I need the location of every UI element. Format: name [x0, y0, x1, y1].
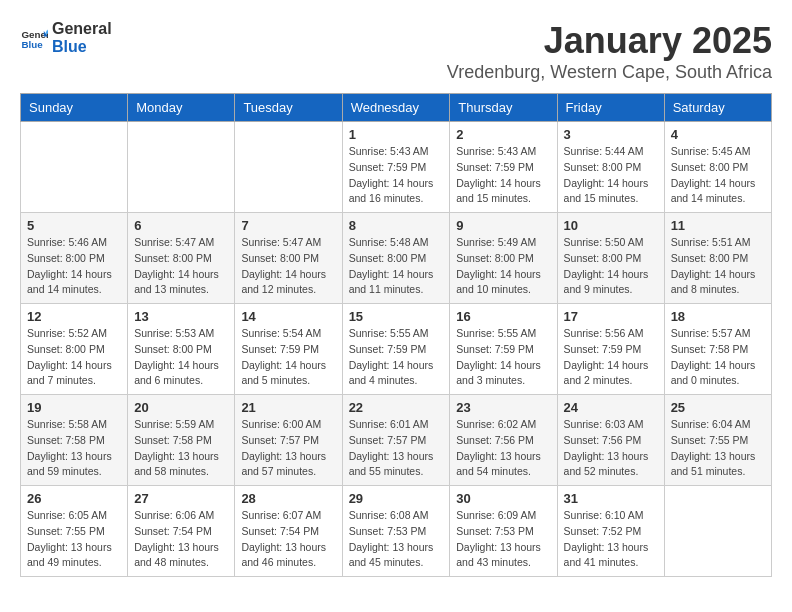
calendar-cell: 21Sunrise: 6:00 AM Sunset: 7:57 PM Dayli… — [235, 395, 342, 486]
day-detail: Sunrise: 5:52 AM Sunset: 8:00 PM Dayligh… — [27, 326, 121, 389]
logo: General Blue General Blue — [20, 20, 112, 55]
calendar-cell: 31Sunrise: 6:10 AM Sunset: 7:52 PM Dayli… — [557, 486, 664, 577]
day-detail: Sunrise: 6:05 AM Sunset: 7:55 PM Dayligh… — [27, 508, 121, 571]
calendar-table: SundayMondayTuesdayWednesdayThursdayFrid… — [20, 93, 772, 577]
calendar-cell: 24Sunrise: 6:03 AM Sunset: 7:56 PM Dayli… — [557, 395, 664, 486]
day-number: 26 — [27, 491, 121, 506]
calendar-cell: 30Sunrise: 6:09 AM Sunset: 7:53 PM Dayli… — [450, 486, 557, 577]
calendar-cell: 25Sunrise: 6:04 AM Sunset: 7:55 PM Dayli… — [664, 395, 771, 486]
day-number: 12 — [27, 309, 121, 324]
day-detail: Sunrise: 5:48 AM Sunset: 8:00 PM Dayligh… — [349, 235, 444, 298]
svg-text:Blue: Blue — [21, 38, 43, 49]
page-header: General Blue General Blue January 2025 V… — [20, 20, 772, 83]
day-number: 24 — [564, 400, 658, 415]
day-number: 30 — [456, 491, 550, 506]
day-number: 4 — [671, 127, 765, 142]
calendar-cell: 18Sunrise: 5:57 AM Sunset: 7:58 PM Dayli… — [664, 304, 771, 395]
calendar-header-row: SundayMondayTuesdayWednesdayThursdayFrid… — [21, 94, 772, 122]
day-detail: Sunrise: 5:45 AM Sunset: 8:00 PM Dayligh… — [671, 144, 765, 207]
day-number: 20 — [134, 400, 228, 415]
day-detail: Sunrise: 5:50 AM Sunset: 8:00 PM Dayligh… — [564, 235, 658, 298]
day-number: 27 — [134, 491, 228, 506]
calendar-cell: 15Sunrise: 5:55 AM Sunset: 7:59 PM Dayli… — [342, 304, 450, 395]
calendar-cell: 8Sunrise: 5:48 AM Sunset: 8:00 PM Daylig… — [342, 213, 450, 304]
day-of-week-header: Saturday — [664, 94, 771, 122]
day-detail: Sunrise: 5:47 AM Sunset: 8:00 PM Dayligh… — [241, 235, 335, 298]
day-of-week-header: Friday — [557, 94, 664, 122]
calendar-cell: 20Sunrise: 5:59 AM Sunset: 7:58 PM Dayli… — [128, 395, 235, 486]
day-number: 7 — [241, 218, 335, 233]
logo-general-text: General — [52, 20, 112, 38]
day-detail: Sunrise: 5:55 AM Sunset: 7:59 PM Dayligh… — [349, 326, 444, 389]
calendar-cell: 28Sunrise: 6:07 AM Sunset: 7:54 PM Dayli… — [235, 486, 342, 577]
calendar-cell: 1Sunrise: 5:43 AM Sunset: 7:59 PM Daylig… — [342, 122, 450, 213]
day-detail: Sunrise: 5:49 AM Sunset: 8:00 PM Dayligh… — [456, 235, 550, 298]
day-detail: Sunrise: 6:01 AM Sunset: 7:57 PM Dayligh… — [349, 417, 444, 480]
day-number: 22 — [349, 400, 444, 415]
day-detail: Sunrise: 5:46 AM Sunset: 8:00 PM Dayligh… — [27, 235, 121, 298]
day-number: 10 — [564, 218, 658, 233]
day-number: 8 — [349, 218, 444, 233]
day-number: 5 — [27, 218, 121, 233]
day-number: 29 — [349, 491, 444, 506]
calendar-cell: 19Sunrise: 5:58 AM Sunset: 7:58 PM Dayli… — [21, 395, 128, 486]
calendar-cell — [664, 486, 771, 577]
logo-blue-text: Blue — [52, 38, 112, 56]
logo-icon: General Blue — [20, 24, 48, 52]
calendar-cell: 7Sunrise: 5:47 AM Sunset: 8:00 PM Daylig… — [235, 213, 342, 304]
calendar-cell — [128, 122, 235, 213]
day-of-week-header: Monday — [128, 94, 235, 122]
day-detail: Sunrise: 6:09 AM Sunset: 7:53 PM Dayligh… — [456, 508, 550, 571]
day-number: 17 — [564, 309, 658, 324]
day-of-week-header: Thursday — [450, 94, 557, 122]
day-number: 31 — [564, 491, 658, 506]
calendar-cell: 29Sunrise: 6:08 AM Sunset: 7:53 PM Dayli… — [342, 486, 450, 577]
day-detail: Sunrise: 6:03 AM Sunset: 7:56 PM Dayligh… — [564, 417, 658, 480]
day-detail: Sunrise: 6:06 AM Sunset: 7:54 PM Dayligh… — [134, 508, 228, 571]
calendar-cell: 10Sunrise: 5:50 AM Sunset: 8:00 PM Dayli… — [557, 213, 664, 304]
day-detail: Sunrise: 5:54 AM Sunset: 7:59 PM Dayligh… — [241, 326, 335, 389]
day-detail: Sunrise: 6:08 AM Sunset: 7:53 PM Dayligh… — [349, 508, 444, 571]
day-number: 16 — [456, 309, 550, 324]
day-number: 6 — [134, 218, 228, 233]
day-detail: Sunrise: 5:53 AM Sunset: 8:00 PM Dayligh… — [134, 326, 228, 389]
calendar-cell: 11Sunrise: 5:51 AM Sunset: 8:00 PM Dayli… — [664, 213, 771, 304]
calendar-cell: 17Sunrise: 5:56 AM Sunset: 7:59 PM Dayli… — [557, 304, 664, 395]
day-number: 15 — [349, 309, 444, 324]
day-number: 11 — [671, 218, 765, 233]
day-number: 3 — [564, 127, 658, 142]
calendar-week-row: 1Sunrise: 5:43 AM Sunset: 7:59 PM Daylig… — [21, 122, 772, 213]
day-detail: Sunrise: 5:47 AM Sunset: 8:00 PM Dayligh… — [134, 235, 228, 298]
day-detail: Sunrise: 5:59 AM Sunset: 7:58 PM Dayligh… — [134, 417, 228, 480]
day-detail: Sunrise: 6:07 AM Sunset: 7:54 PM Dayligh… — [241, 508, 335, 571]
calendar-cell — [235, 122, 342, 213]
day-of-week-header: Wednesday — [342, 94, 450, 122]
day-number: 14 — [241, 309, 335, 324]
month-title: January 2025 — [447, 20, 772, 62]
day-number: 25 — [671, 400, 765, 415]
day-number: 9 — [456, 218, 550, 233]
calendar-cell — [21, 122, 128, 213]
day-detail: Sunrise: 6:10 AM Sunset: 7:52 PM Dayligh… — [564, 508, 658, 571]
day-of-week-header: Sunday — [21, 94, 128, 122]
day-detail: Sunrise: 5:56 AM Sunset: 7:59 PM Dayligh… — [564, 326, 658, 389]
calendar-cell: 12Sunrise: 5:52 AM Sunset: 8:00 PM Dayli… — [21, 304, 128, 395]
day-detail: Sunrise: 6:00 AM Sunset: 7:57 PM Dayligh… — [241, 417, 335, 480]
calendar-week-row: 5Sunrise: 5:46 AM Sunset: 8:00 PM Daylig… — [21, 213, 772, 304]
day-number: 19 — [27, 400, 121, 415]
day-detail: Sunrise: 5:44 AM Sunset: 8:00 PM Dayligh… — [564, 144, 658, 207]
calendar-cell: 14Sunrise: 5:54 AM Sunset: 7:59 PM Dayli… — [235, 304, 342, 395]
day-number: 23 — [456, 400, 550, 415]
calendar-week-row: 12Sunrise: 5:52 AM Sunset: 8:00 PM Dayli… — [21, 304, 772, 395]
day-detail: Sunrise: 5:55 AM Sunset: 7:59 PM Dayligh… — [456, 326, 550, 389]
day-detail: Sunrise: 6:04 AM Sunset: 7:55 PM Dayligh… — [671, 417, 765, 480]
calendar-cell: 16Sunrise: 5:55 AM Sunset: 7:59 PM Dayli… — [450, 304, 557, 395]
calendar-cell: 4Sunrise: 5:45 AM Sunset: 8:00 PM Daylig… — [664, 122, 771, 213]
calendar-week-row: 19Sunrise: 5:58 AM Sunset: 7:58 PM Dayli… — [21, 395, 772, 486]
day-number: 13 — [134, 309, 228, 324]
day-number: 2 — [456, 127, 550, 142]
calendar-cell: 2Sunrise: 5:43 AM Sunset: 7:59 PM Daylig… — [450, 122, 557, 213]
calendar-cell: 9Sunrise: 5:49 AM Sunset: 8:00 PM Daylig… — [450, 213, 557, 304]
calendar-cell: 23Sunrise: 6:02 AM Sunset: 7:56 PM Dayli… — [450, 395, 557, 486]
calendar-cell: 22Sunrise: 6:01 AM Sunset: 7:57 PM Dayli… — [342, 395, 450, 486]
